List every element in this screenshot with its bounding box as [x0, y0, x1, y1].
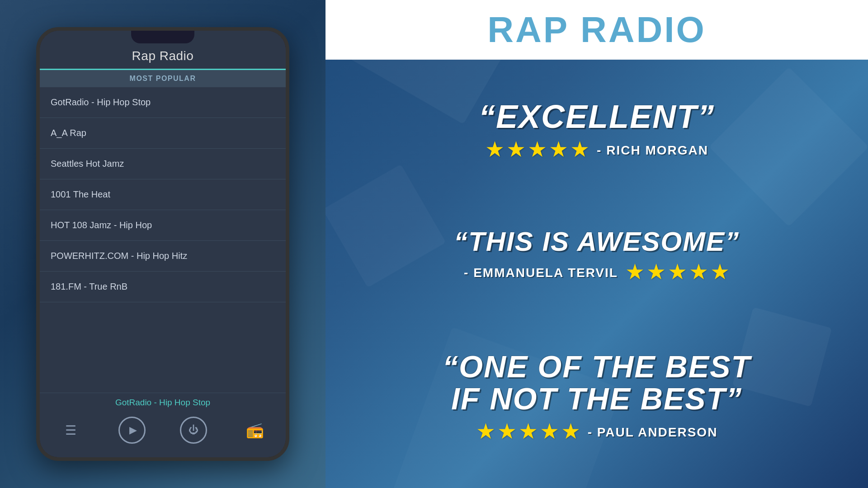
station-name-4: 1001 The Heat: [51, 189, 110, 199]
section-label-container: MOST POPULAR: [40, 70, 286, 87]
review-2-stars-author: - EMMANUELA TERVIL ★ ★ ★ ★ ★: [353, 255, 841, 288]
review-author-1: - RICH MORGAN: [597, 143, 708, 158]
station-name-6: POWERHITZ.COM - Hip Hop Hitz: [51, 251, 187, 261]
review-2-stars: ★ ★ ★ ★ ★: [625, 259, 730, 284]
station-item-2[interactable]: A_A Rap: [40, 118, 286, 149]
power-icon: ⏻: [189, 424, 198, 436]
review-quote-1: “EXCELLENT”: [353, 100, 841, 133]
menu-icon: ☰: [65, 423, 76, 438]
review-quote-3: “ONE OF THE BESTIF NOT THE BEST”: [353, 351, 841, 415]
star-3-3: ★: [519, 418, 538, 444]
station-item-7[interactable]: 181.FM - True RnB: [40, 272, 286, 302]
left-panel: Rap Radio MOST POPULAR GotRadio - Hip Ho…: [0, 0, 326, 488]
phone-frame: Rap Radio MOST POPULAR GotRadio - Hip Ho…: [36, 27, 289, 461]
station-list: GotRadio - Hip Hop Stop A_A Rap Seattles…: [40, 87, 286, 393]
star-1-1: ★: [485, 136, 505, 162]
station-name-5: HOT 108 Jamz - Hip Hop: [51, 220, 152, 230]
station-item-3[interactable]: Seattles Hot Jamz: [40, 149, 286, 179]
review-block-2: “THIS IS AWESOME” - EMMANUELA TERVIL ★ ★…: [353, 228, 841, 288]
phone-screen: Rap Radio MOST POPULAR GotRadio - Hip Ho…: [40, 31, 286, 457]
now-playing-text: GotRadio - Hip Hop Stop: [115, 398, 210, 407]
review-quote-2: “THIS IS AWESOME”: [454, 228, 740, 255]
review-block-3: “ONE OF THE BESTIF NOT THE BEST” ★ ★ ★ ★…: [353, 351, 841, 448]
star-3-2: ★: [497, 418, 517, 444]
star-1-2: ★: [506, 136, 526, 162]
star-2-5: ★: [710, 259, 730, 284]
app-title: Rap Radio: [132, 49, 194, 63]
star-3-4: ★: [540, 418, 559, 444]
station-item-1[interactable]: GotRadio - Hip Hop Stop: [40, 87, 286, 118]
play-button[interactable]: ▶: [118, 417, 146, 444]
reviews-section: “EXCELLENT” ★ ★ ★ ★ ★ - RICH MORGAN “THI…: [326, 60, 868, 488]
main-title: RAP RADIO: [487, 9, 706, 50]
section-label-text: MOST POPULAR: [130, 75, 196, 82]
star-1-5: ★: [570, 136, 590, 162]
star-2-2: ★: [646, 259, 666, 284]
power-button[interactable]: ⏻: [180, 417, 207, 444]
review-1-stars-author: ★ ★ ★ ★ ★ - RICH MORGAN: [353, 133, 841, 165]
star-2-1: ★: [625, 259, 645, 284]
title-banner: RAP RADIO: [326, 0, 868, 60]
right-panel: RAP RADIO “EXCELLENT” ★ ★ ★ ★ ★ - RICH M…: [326, 0, 868, 488]
star-3-5: ★: [561, 418, 580, 444]
star-3-1: ★: [476, 418, 495, 444]
review-3-stars: ★ ★ ★ ★ ★: [476, 418, 580, 444]
review-1-stars: ★ ★ ★ ★ ★: [485, 136, 590, 162]
review-3-stars-author: ★ ★ ★ ★ ★ - PAUL ANDERSON: [353, 415, 841, 447]
play-icon: ▶: [129, 424, 137, 436]
radio-icon: 📻: [246, 422, 264, 439]
station-name-1: GotRadio - Hip Hop Stop: [51, 97, 151, 107]
station-name-2: A_A Rap: [51, 128, 86, 138]
star-2-4: ★: [689, 259, 708, 284]
menu-button[interactable]: ☰: [57, 417, 84, 444]
station-item-6[interactable]: POWERHITZ.COM - Hip Hop Hitz: [40, 241, 286, 272]
radio-button[interactable]: 📻: [241, 417, 269, 444]
star-2-3: ★: [668, 259, 687, 284]
review-block-1: “EXCELLENT” ★ ★ ★ ★ ★ - RICH MORGAN: [353, 100, 841, 165]
bottom-controls: ☰ ▶ ⏻ 📻: [40, 412, 286, 457]
review-author-3: - PAUL ANDERSON: [588, 425, 718, 440]
phone-notch: [131, 31, 194, 43]
star-1-4: ★: [549, 136, 568, 162]
star-1-3: ★: [528, 136, 547, 162]
review-author-2: - EMMANUELA TERVIL: [464, 266, 618, 280]
now-playing-bar: GotRadio - Hip Hop Stop: [40, 393, 286, 412]
station-item-4[interactable]: 1001 The Heat: [40, 179, 286, 210]
station-name-3: Seattles Hot Jamz: [51, 159, 124, 169]
station-name-7: 181.FM - True RnB: [51, 282, 127, 291]
station-item-5[interactable]: HOT 108 Jamz - Hip Hop: [40, 210, 286, 241]
